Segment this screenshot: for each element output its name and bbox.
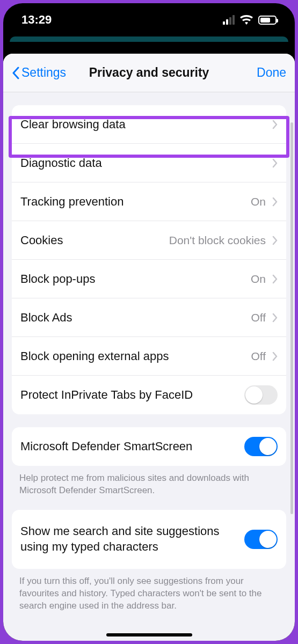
wifi-icon (240, 15, 253, 25)
row-block-popups[interactable]: Block pop-ups On (12, 260, 286, 298)
row-value: On (251, 273, 266, 286)
row-search-suggestions[interactable]: Show me search and site suggestions usin… (12, 510, 286, 569)
status-time: 13:29 (21, 13, 52, 27)
row-block-ads[interactable]: Block Ads Off (12, 298, 286, 337)
footer-suggestions: If you turn this off, you'll only see su… (3, 569, 295, 612)
background-shim (10, 36, 288, 42)
row-label: Protect InPrivate Tabs by FaceID (20, 388, 244, 402)
row-value: On (251, 195, 266, 208)
settings-group-2: Microsoft Defender SmartScreen (12, 427, 286, 466)
chevron-right-icon (272, 313, 278, 323)
done-button[interactable]: Done (257, 65, 286, 80)
row-value: Don't block cookies (169, 234, 266, 247)
row-label: Show me search and site suggestions usin… (20, 524, 244, 554)
chevron-right-icon (272, 274, 278, 284)
settings-group-3: Show me search and site suggestions usin… (12, 510, 286, 569)
toggle-suggestions[interactable] (244, 530, 278, 549)
back-button[interactable]: Settings (12, 65, 66, 80)
row-label: Microsoft Defender SmartScreen (20, 440, 244, 453)
row-label: Block opening external apps (20, 349, 251, 363)
row-label: Diagnostic data (20, 156, 272, 170)
content-area: Clear browsing data Diagnostic data Trac… (3, 105, 295, 634)
battery-icon (258, 16, 277, 25)
row-value: Off (251, 350, 266, 363)
settings-sheet: Settings Privacy and security Done Clear… (3, 54, 295, 641)
toggle-faceid[interactable] (244, 385, 278, 405)
row-tracking-prevention[interactable]: Tracking prevention On (12, 182, 286, 221)
chevron-left-icon (12, 67, 19, 79)
cellular-icon (223, 15, 235, 25)
row-protect-inprivate[interactable]: Protect InPrivate Tabs by FaceID (12, 376, 286, 414)
row-cookies[interactable]: Cookies Don't block cookies (12, 221, 286, 260)
chevron-right-icon (272, 158, 278, 168)
row-smartscreen[interactable]: Microsoft Defender SmartScreen (12, 427, 286, 466)
row-label: Block Ads (20, 311, 251, 325)
row-diagnostic-data[interactable]: Diagnostic data (12, 144, 286, 182)
chevron-right-icon (272, 352, 278, 361)
home-indicator[interactable] (106, 633, 192, 636)
row-label: Tracking prevention (20, 195, 251, 209)
phone-frame: 13:29 Settings Privacy and security Done (3, 3, 295, 641)
chevron-right-icon (272, 197, 278, 207)
row-value: Off (251, 311, 266, 324)
row-label: Cookies (20, 233, 169, 247)
chevron-right-icon (272, 236, 278, 245)
chevron-right-icon (272, 120, 278, 129)
status-bar: 13:29 (3, 3, 295, 36)
back-label: Settings (21, 65, 66, 80)
status-indicators (223, 15, 277, 25)
row-clear-browsing-data[interactable]: Clear browsing data (12, 105, 286, 144)
nav-bar: Settings Privacy and security Done (3, 54, 295, 92)
toggle-smartscreen[interactable] (244, 437, 278, 456)
row-label: Block pop-ups (20, 272, 251, 286)
row-block-external-apps[interactable]: Block opening external apps Off (12, 337, 286, 376)
settings-group-1: Clear browsing data Diagnostic data Trac… (12, 105, 286, 414)
row-label: Clear browsing data (20, 118, 272, 131)
footer-smartscreen: Help protect me from malicious sites and… (3, 466, 295, 497)
scrollbar[interactable] (290, 122, 293, 514)
